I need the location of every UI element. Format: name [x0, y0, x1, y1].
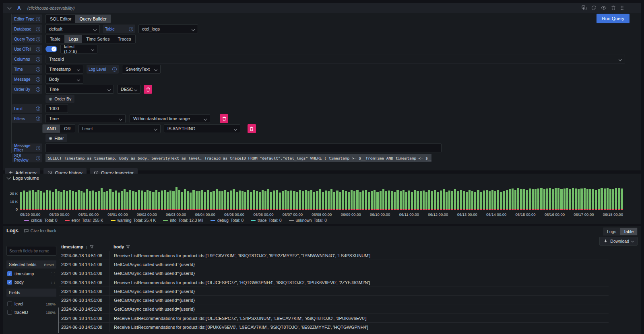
timestamp-cell: 2024-06-18 14:51:08 [59, 289, 109, 294]
filter2-operator-select[interactable]: IS ANYTHING [164, 124, 240, 133]
legend-item-warning[interactable]: warningTotal: 25.4 K [111, 218, 156, 223]
checkbox-checked-icon[interactable] [7, 280, 12, 285]
query-type-option-table[interactable]: Table [46, 35, 64, 43]
info-icon [112, 67, 117, 72]
database-select[interactable]: default [45, 25, 100, 33]
conjunction-or[interactable]: OR [60, 125, 75, 133]
volume-bar [414, 190, 416, 210]
sort-desc-icon[interactable] [85, 244, 88, 249]
reset-fields-button[interactable]: Reset [44, 262, 54, 267]
legend-series-total: Total: 0 [268, 218, 281, 223]
volume-bar [466, 192, 468, 210]
view-option-table[interactable]: Table [620, 228, 637, 235]
filter1-operator-select[interactable]: Within dashboard time range [130, 114, 210, 123]
remove-order-by-button[interactable] [144, 85, 152, 94]
volume-bar [517, 188, 519, 210]
info-icon [36, 27, 40, 31]
drag-handle-icon[interactable]: ⋮⋮ [50, 272, 56, 276]
y-tick-10k: 10 K [10, 199, 18, 204]
volume-chart-plot[interactable] [20, 186, 623, 210]
volume-bar [425, 192, 427, 210]
volume-bar [342, 190, 344, 210]
legend-item-unknown[interactable]: unknownTotal: 0 [289, 218, 327, 223]
history-clock-icon[interactable] [591, 5, 597, 10]
filter2-field-select[interactable]: Level [78, 124, 161, 133]
order-by-direction-select[interactable]: DESC [117, 85, 140, 94]
view-option-logs[interactable]: Logs [603, 228, 620, 235]
remove-filter1-button[interactable] [220, 114, 228, 123]
add-filter-button[interactable]: ⊕Filter [45, 134, 67, 142]
log-level-column-select[interactable]: SeverityText [122, 65, 161, 74]
conjunction-and[interactable]: AND [43, 125, 60, 133]
volume-bar [580, 189, 582, 210]
run-query-button[interactable]: Run Query [597, 14, 630, 23]
editor-type-switch: SQL Editor Query Builder [45, 14, 111, 23]
message-column-select[interactable]: Body [45, 75, 83, 84]
duplicate-icon[interactable] [582, 5, 587, 10]
use-otel-toggle[interactable] [45, 46, 57, 52]
field-level[interactable]: level 100% [6, 301, 56, 307]
limit-input[interactable] [49, 106, 64, 111]
volume-bar [106, 191, 108, 210]
order-by-field-select[interactable]: Time [45, 85, 114, 94]
delete-query-trash-icon[interactable] [611, 5, 616, 10]
x-tick-label: 06/06 00:00 [253, 212, 273, 217]
filter-icon[interactable] [126, 245, 130, 249]
volume-bar [431, 191, 433, 210]
time-column-select[interactable]: Timestamp [45, 65, 83, 74]
timestamp-column-header[interactable]: timestamp [59, 244, 109, 249]
selected-field-body[interactable]: body ⋮⋮ [6, 279, 56, 285]
query-type-option-logs[interactable]: Logs [64, 35, 82, 43]
info-icon [36, 17, 40, 21]
body-column-header[interactable]: body [109, 244, 130, 249]
search-fields-input[interactable] [6, 246, 56, 256]
volume-bar [313, 192, 315, 210]
query-row-header[interactable]: A (clickhouse-observability) [3, 3, 641, 13]
checkbox-empty-icon[interactable] [7, 310, 12, 315]
legend-item-info[interactable]: infoTotal: 12.3 Mil [163, 218, 203, 223]
y-tick-0: 0 [16, 207, 18, 211]
legend-color-dash [111, 220, 116, 221]
hide-response-eye-icon[interactable] [601, 5, 607, 10]
legend-item-debug[interactable]: debugTotal: 0 [211, 218, 244, 223]
volume-bar [584, 188, 586, 210]
volume-collapse-chevron-icon[interactable] [7, 176, 11, 180]
drag-handle-icon[interactable] [620, 5, 624, 10]
volume-bar [58, 191, 60, 210]
volume-bar [264, 191, 266, 210]
remove-filter2-button[interactable] [248, 124, 256, 133]
collapse-chevron-icon[interactable] [8, 6, 12, 10]
volume-bar [155, 190, 157, 210]
legend-item-trace[interactable]: traceTotal: 0 [251, 218, 281, 223]
table-row: 2024-06-18 14:51:08Receive ListRecommend… [59, 322, 609, 331]
table-select[interactable]: otel_logs [138, 25, 198, 33]
filter-icon[interactable] [90, 245, 94, 249]
message-filter-input[interactable] [49, 145, 438, 150]
columns-multiselect[interactable]: TraceId [45, 55, 625, 64]
volume-bar [609, 189, 611, 210]
field-traceid[interactable]: traceID 100% [6, 309, 56, 316]
volume-bar [167, 192, 169, 210]
otel-version-select[interactable]: latest (1.2.9) [60, 45, 97, 53]
checkbox-checked-icon[interactable] [7, 271, 12, 276]
legend-color-dash [65, 220, 70, 221]
volume-bar [242, 191, 244, 210]
volume-bar [158, 192, 160, 210]
checkbox-empty-icon[interactable] [7, 301, 12, 306]
logs-volume-panel: Logs volume 20 K 10 K 0 05/29 00:0005/30… [3, 174, 641, 224]
editor-type-option-sql[interactable]: SQL Editor [46, 15, 75, 23]
selected-field-timestamp[interactable]: timestamp ⋮⋮ [6, 270, 56, 277]
give-feedback-link[interactable]: Give feedback [24, 229, 56, 233]
timestamp-cell: 2024-06-18 14:51:08 [59, 325, 109, 330]
legend-item-critical[interactable]: criticalTotal: 0 [24, 218, 58, 223]
volume-bar [500, 192, 502, 210]
filter1-field-select[interactable]: Time [45, 114, 126, 123]
editor-type-option-builder[interactable]: Query Builder [75, 15, 110, 23]
add-order-by-button[interactable]: ⊕Order By [45, 95, 74, 103]
volume-bar [285, 190, 287, 210]
query-type-option-timeseries[interactable]: Time Series [82, 35, 114, 43]
volume-bar [526, 190, 528, 210]
legend-item-error[interactable]: errorTotal: 255 K [65, 218, 103, 223]
drag-handle-icon[interactable]: ⋮⋮ [50, 281, 56, 284]
query-type-option-traces[interactable]: Traces [114, 35, 135, 43]
